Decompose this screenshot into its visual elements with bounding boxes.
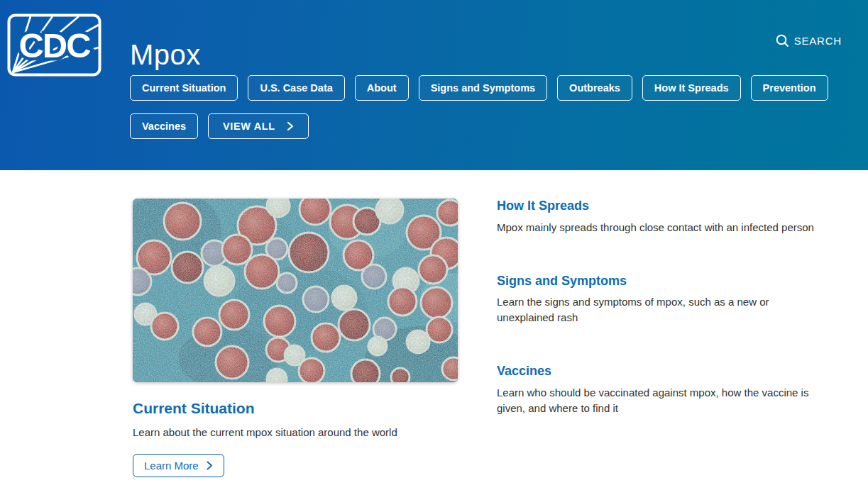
nav-item-prevention[interactable]: Prevention [751, 75, 828, 101]
learn-more-button[interactable]: Learn More [133, 454, 224, 477]
feature-card: Current Situation Learn about the curren… [133, 199, 458, 477]
section-heading-link[interactable]: Signs and Symptoms [497, 274, 825, 289]
chevron-right-icon [287, 121, 294, 131]
search-icon [776, 34, 789, 48]
main-content: Current Situation Learn about the curren… [0, 170, 868, 477]
section-heading-link[interactable]: Vaccines [497, 364, 825, 379]
feature-heading: Current Situation [133, 399, 458, 417]
feature-description: Learn about the current mpox situation a… [133, 425, 458, 440]
page-title: Mpox [130, 39, 201, 70]
mpox-virus-micrograph-image [133, 199, 458, 382]
cdc-logo-text: CDC [18, 26, 91, 65]
nav-row-2: Vaccines VIEW ALL [130, 113, 828, 139]
site-header: CDC Mpox SEARCH Current Situation U.S. C… [0, 0, 868, 170]
section-how-it-spreads: How It Spreads Mpox mainly spreads throu… [497, 199, 825, 235]
section-heading-link[interactable]: How It Spreads [497, 199, 825, 214]
nav-item-how-it-spreads[interactable]: How It Spreads [642, 75, 741, 101]
learn-more-label: Learn More [144, 460, 199, 472]
view-all-button[interactable]: VIEW ALL [208, 113, 309, 139]
search-label: SEARCH [794, 35, 842, 47]
search-button[interactable]: SEARCH [776, 34, 842, 48]
nav-row-1: Current Situation U.S. Case Data About S… [130, 75, 828, 101]
section-vaccines: Vaccines Learn who should be vaccinated … [497, 364, 825, 416]
topic-links-column: How It Spreads Mpox mainly spreads throu… [497, 199, 825, 477]
section-description: Mpox mainly spreads through close contac… [497, 220, 825, 235]
nav-item-signs-and-symptoms[interactable]: Signs and Symptoms [419, 75, 547, 101]
nav-item-outbreaks[interactable]: Outbreaks [557, 75, 632, 101]
nav-item-about[interactable]: About [355, 75, 409, 101]
nav-item-vaccines[interactable]: Vaccines [130, 113, 198, 139]
chevron-right-icon [207, 461, 213, 470]
section-signs-and-symptoms: Signs and Symptoms Learn the signs and s… [497, 274, 825, 326]
nav-item-us-case-data[interactable]: U.S. Case Data [248, 75, 344, 101]
section-description: Learn the signs and symptoms of mpox, su… [497, 294, 825, 325]
nav-item-current-situation[interactable]: Current Situation [130, 75, 238, 101]
section-description: Learn who should be vaccinated against m… [497, 385, 825, 416]
topic-nav: Current Situation U.S. Case Data About S… [130, 75, 828, 139]
cdc-logo[interactable]: CDC [7, 13, 101, 77]
view-all-label: VIEW ALL [223, 121, 275, 132]
